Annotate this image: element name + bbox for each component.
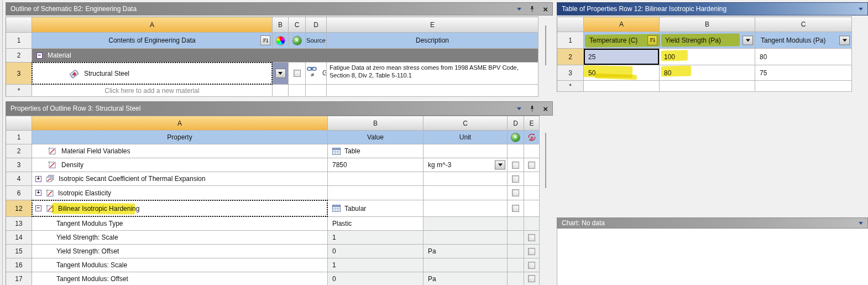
property-unit-cell[interactable]: Pa (423, 245, 508, 258)
property-unit-cell[interactable]: Pa (423, 272, 508, 285)
data-row-number-selected[interactable]: 2 (557, 49, 584, 65)
unit-header-cell[interactable]: Unit (423, 131, 508, 144)
pin-icon[interactable] (529, 6, 535, 13)
outline-description-header-cell[interactable]: Description (327, 33, 538, 49)
outline-corner-header[interactable] (6, 17, 32, 33)
property-value-cell[interactable]: Tabular (328, 200, 423, 217)
property-name-cell[interactable]: Yield Strength: Scale (32, 231, 328, 245)
tangent-modulus-value-cell[interactable] (755, 81, 852, 92)
property-name-cell[interactable]: Isotropic Secant Coefficient of Thermal … (32, 172, 328, 186)
properties-scrollbar-thumb[interactable] (545, 133, 546, 188)
property-name-cell-selected[interactable]: Bilinear Isotropic Hardening (32, 200, 328, 217)
property-unit-cell[interactable]: kg m^-3 (423, 158, 508, 172)
property-name-cell[interactable]: Tangent Modulus Type (32, 217, 328, 231)
props-row-number-selected[interactable]: 12 (6, 200, 32, 217)
data-corner-header[interactable] (557, 17, 584, 32)
parameterize-header-cell[interactable]: p (524, 131, 540, 144)
material-group-row[interactable]: Material (32, 49, 538, 63)
dropdown-button[interactable] (742, 35, 753, 45)
property-value-cell[interactable]: Table (328, 144, 423, 158)
property-name-cell[interactable]: Tangent Modulus: Scale (32, 258, 328, 272)
add-new-material-cell[interactable]: Click here to add a new material (32, 85, 273, 97)
props-row-number[interactable]: 17 (6, 272, 32, 285)
checkbox[interactable] (528, 234, 535, 241)
props-col-header-a[interactable]: A (32, 116, 328, 131)
parameterize-cell[interactable] (524, 245, 540, 258)
dropdown-button[interactable] (275, 69, 286, 78)
parameterize-cell[interactable] (524, 158, 540, 172)
outline-suppress-header-cell[interactable] (289, 33, 306, 49)
yield-strength-value-cell[interactable]: 80 (660, 65, 755, 81)
checkbox[interactable] (528, 262, 535, 269)
parameterize-cell[interactable] (524, 231, 540, 245)
checkbox[interactable] (294, 70, 301, 77)
property-header-cell[interactable]: Property (32, 131, 328, 144)
suppress-cell[interactable] (508, 172, 524, 186)
outline-row-number[interactable]: 1 (6, 33, 32, 49)
checkbox[interactable] (528, 162, 535, 169)
property-name-cell[interactable]: Tangent Modulus: Offset (32, 272, 328, 285)
sort-filter-button[interactable] (647, 35, 657, 45)
checkbox[interactable] (512, 189, 519, 196)
temperature-value-cell[interactable]: 50 (584, 65, 660, 81)
material-dropdown-cell[interactable] (273, 63, 289, 85)
outline-scrollbar-thumb[interactable] (545, 25, 546, 65)
expand-box-icon[interactable] (35, 176, 41, 182)
outline-row-number-selected[interactable]: 3 (6, 63, 32, 85)
data-col-header-b[interactable]: B (660, 17, 755, 32)
yield-strength-value-cell[interactable]: 100 (660, 49, 755, 65)
props-row-number[interactable]: 2 (6, 144, 32, 158)
yield-strength-value-cell[interactable] (660, 81, 755, 92)
panel-menu-arrow-icon[interactable] (859, 222, 863, 225)
temperature-value-cell[interactable] (584, 81, 660, 92)
property-value-cell[interactable]: 1 (328, 258, 423, 272)
data-col-header-a[interactable]: A (584, 17, 660, 32)
material-suppress-cell[interactable] (289, 63, 306, 85)
outline-color-header-cell[interactable] (273, 33, 289, 49)
collapse-box-icon[interactable] (36, 53, 43, 59)
checkbox[interactable] (512, 162, 519, 169)
checkbox[interactable] (512, 205, 519, 212)
props-row-number[interactable]: 1 (6, 131, 32, 144)
yield-strength-header-cell[interactable]: Yield Strength (Pa) (660, 32, 755, 49)
outline-col-header-b[interactable]: B (273, 17, 289, 33)
property-name-cell[interactable]: Isotropic Elasticity (32, 186, 328, 200)
suppress-cell[interactable] (508, 200, 524, 217)
property-value-cell[interactable]: 0 (328, 272, 423, 285)
props-col-header-c[interactable]: C (423, 116, 508, 131)
props-col-header-e[interactable]: E (524, 116, 540, 131)
suppress-cell[interactable] (508, 158, 524, 172)
props-row-number[interactable]: 3 (6, 158, 32, 172)
suppress-header-cell[interactable] (508, 131, 524, 144)
sort-filter-button[interactable] (260, 35, 270, 45)
material-source-cell[interactable]: ≠ G (306, 63, 327, 85)
close-icon[interactable]: × (543, 105, 548, 113)
suppress-cell[interactable] (508, 186, 524, 200)
props-row-number[interactable]: 14 (6, 231, 32, 245)
data-row-number[interactable]: 3 (557, 65, 584, 81)
data-row-number[interactable]: 1 (557, 32, 584, 49)
props-row-number[interactable]: 16 (6, 258, 32, 272)
props-col-header-d[interactable]: D (508, 116, 524, 131)
checkbox[interactable] (512, 175, 519, 183)
collapse-box-icon[interactable] (35, 205, 41, 211)
parameterize-cell[interactable] (524, 258, 540, 272)
outline-col-header-e[interactable]: E (327, 17, 538, 33)
property-value-cell[interactable]: 1 (328, 231, 423, 245)
dropdown-button[interactable] (839, 35, 850, 45)
temperature-value-cell-selected[interactable]: 25 (584, 49, 660, 65)
property-value-cell[interactable]: 7850 (328, 158, 423, 172)
property-name-cell[interactable]: Material Field Variables (32, 144, 328, 158)
property-value-cell[interactable]: Plastic (328, 217, 423, 231)
props-corner-header[interactable] (6, 116, 32, 131)
outline-source-header-cell[interactable]: Source (306, 33, 327, 49)
property-name-cell[interactable]: Density (32, 158, 328, 172)
panel-menu-arrow-icon[interactable] (517, 107, 521, 110)
outline-row-number-new[interactable]: * (6, 85, 32, 97)
props-row-number[interactable]: 6 (6, 186, 32, 200)
panel-menu-arrow-icon[interactable] (859, 8, 863, 11)
tangent-modulus-value-cell[interactable]: 75 (755, 65, 852, 81)
tangent-modulus-value-cell[interactable]: 80 (755, 49, 852, 65)
property-value-cell[interactable]: 0 (328, 245, 423, 258)
props-row-number[interactable]: 15 (6, 245, 32, 258)
